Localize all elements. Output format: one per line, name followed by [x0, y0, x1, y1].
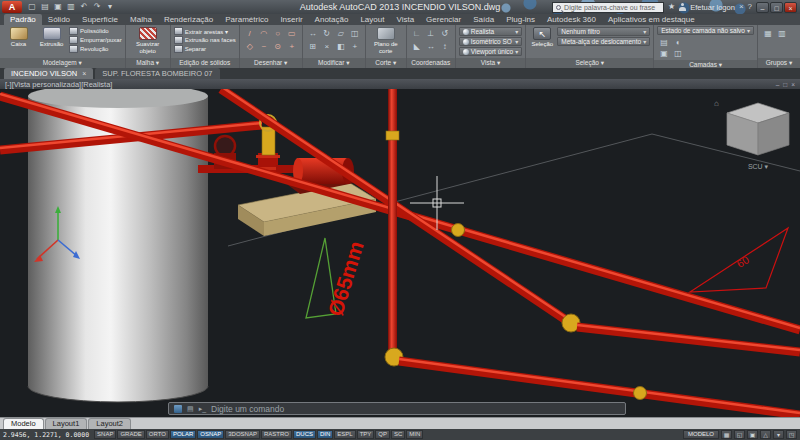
status-toggle[interactable]: ORTO [146, 430, 169, 439]
doc-tab-incendio-vilson[interactable]: INCENDIO VILSON × [4, 68, 93, 79]
polygon-icon[interactable]: ◇ [243, 40, 257, 53]
layer-freeze-icon[interactable]: ▣ [657, 48, 671, 59]
status-toggle[interactable]: DIN [317, 430, 333, 439]
status-toggle[interactable]: DUCS [293, 430, 316, 439]
move-icon[interactable]: ↔ [306, 27, 320, 40]
application-menu-button[interactable]: A [2, 1, 22, 13]
ribbon-tab[interactable]: Renderização [158, 14, 219, 25]
panel-label-modificar[interactable]: Modificar ▾ [303, 58, 365, 68]
minimize-drawing-icon[interactable]: – [776, 81, 780, 88]
visual-style-dropdown[interactable]: Realista ▾ [459, 27, 523, 36]
help-icon[interactable]: ? [748, 1, 752, 13]
clean-screen-icon[interactable]: ◳ [786, 430, 797, 439]
viewcube[interactable] [727, 103, 789, 155]
ribbon-tab[interactable]: Sólido [42, 14, 76, 25]
model-space-button[interactable]: MODELO [683, 430, 719, 439]
plot-icon[interactable]: ▥ [65, 1, 77, 13]
ribbon-tab[interactable]: Gerenciar [420, 14, 467, 25]
ribbon-tab[interactable]: Superfície [76, 14, 124, 25]
layout-tab[interactable]: Modelo [3, 418, 44, 429]
solid-edit-button[interactable]: Extrair arestas ▾ [174, 27, 236, 35]
ribbon-tab[interactable]: Vista [390, 14, 420, 25]
close-tab-icon[interactable]: × [82, 70, 86, 77]
mirror-icon[interactable]: ◫ [348, 27, 362, 40]
status-toggle[interactable]: ESPL [334, 430, 355, 439]
line-icon[interactable]: / [243, 27, 257, 40]
ribbon-tab[interactable]: Malha [124, 14, 158, 25]
ribbon-tab[interactable]: Autodesk 360 [541, 14, 602, 25]
section-plane-button[interactable]: Plano de corte [369, 26, 403, 55]
panel-label-corte[interactable]: Corte ▾ [366, 58, 406, 68]
status-toggle[interactable]: POLAR [170, 430, 196, 439]
command-line[interactable]: ▤ ▸_ Digite um comando [168, 402, 626, 415]
ungroup-icon[interactable]: ▥ [775, 27, 789, 40]
rectangle-icon[interactable]: ▭ [285, 27, 299, 40]
status-menu-icon[interactable]: ▾ [773, 430, 784, 439]
viewport-controls[interactable]: [-][Vista personalizada][Realista] [5, 80, 112, 89]
viewport-config-dropdown[interactable]: Viewport único ▾ [459, 47, 523, 56]
status-toggle[interactable]: MIN [406, 430, 423, 439]
rotate-icon[interactable]: ↻ [320, 27, 334, 40]
quick-view-layouts-icon[interactable]: ▦ [721, 430, 732, 439]
stretch-icon[interactable]: ▱ [334, 27, 348, 40]
qnew-icon[interactable]: ▢ [26, 1, 38, 13]
annotation-visibility-icon[interactable]: ▣ [747, 430, 758, 439]
erase-icon[interactable]: × [320, 40, 334, 53]
ribbon-tab[interactable]: Layout [354, 14, 390, 25]
status-toggle[interactable]: QP [375, 430, 390, 439]
ucs-z-axis-icon[interactable]: ⊥ [424, 27, 438, 40]
status-toggle[interactable]: 3DOSNAP [225, 430, 260, 439]
modeling-tool-button[interactable]: Empurrar/puxar [69, 36, 122, 44]
ribbon-tab[interactable]: Aplicativos em destaque [602, 14, 701, 25]
ribbon-tab[interactable]: Saída [467, 14, 500, 25]
save-icon[interactable]: ▣ [52, 1, 64, 13]
undo-icon[interactable]: ↶ [78, 1, 90, 13]
close-drawing-icon[interactable]: × [791, 81, 795, 88]
smooth-object-button[interactable]: Suavizar objeto [129, 26, 167, 55]
array-icon[interactable]: ⊞ [306, 40, 320, 53]
doc-tab-sup-floresta[interactable]: SUP. FLORESTA BOMBEIRO 07 [95, 68, 219, 79]
ucs-x-icon[interactable]: ↔ [424, 40, 438, 53]
panel-label-coordenadas[interactable]: Coordenadas [407, 58, 455, 68]
layer-properties-icon[interactable]: ▤ [657, 37, 671, 48]
ucs-world-icon[interactable]: ∟ [410, 27, 424, 40]
status-toggle[interactable]: SNAP [94, 430, 116, 439]
gizmo-dropdown[interactable]: Meta-alça de deslocamento ▾ [557, 37, 650, 46]
command-customize-icon[interactable] [174, 405, 182, 413]
solid-edit-button[interactable]: Separar [174, 45, 236, 53]
offset-icon[interactable]: + [348, 40, 362, 53]
modeling-tool-button[interactable]: Polissólido [69, 27, 122, 35]
viewcube-wcs-menu[interactable]: SCU ▾ [748, 163, 769, 170]
panel-label-camadas[interactable]: Camadas ▾ [654, 60, 757, 68]
ribbon-tab[interactable]: Plug-ins [500, 14, 541, 25]
minimize-button[interactable]: – [756, 2, 769, 13]
command-input[interactable]: Digite um comando [211, 404, 284, 414]
ucs-face-icon[interactable]: ◣ [410, 40, 424, 53]
annotation-scale-icon[interactable]: △ [760, 430, 771, 439]
box-button[interactable]: Caixa [3, 26, 34, 48]
spline-icon[interactable]: ~ [257, 40, 271, 53]
help-search-input[interactable]: Digite palavra-chave ou frase [552, 2, 664, 13]
status-toggle[interactable]: TPY [357, 430, 375, 439]
status-toggle[interactable]: SC [391, 430, 405, 439]
ribbon-tab[interactable]: Paramétrico [219, 14, 274, 25]
ucs-y-icon[interactable]: ↕ [438, 40, 452, 53]
point-icon[interactable]: + [285, 40, 299, 53]
circle-icon[interactable]: ○ [271, 27, 285, 40]
layer-state-dropdown[interactable]: Estado de camada não salvo ▾ [657, 26, 754, 35]
restore-drawing-icon[interactable]: □ [783, 81, 787, 88]
panel-label-selecao[interactable]: Seleção ▾ [526, 58, 653, 68]
open-icon[interactable]: ▤ [39, 1, 51, 13]
panel-label-modelagem[interactable]: Modelagem ▾ [0, 58, 125, 68]
ucs-rotate-icon[interactable]: ↺ [438, 27, 452, 40]
subobject-filter-dropdown[interactable]: Nenhum filtro ▾ [557, 27, 650, 36]
sign-in-button[interactable]: Efetuar logon [690, 3, 735, 12]
close-button[interactable]: × [784, 2, 797, 13]
panel-label-desenhar[interactable]: Desenhar ▾ [240, 58, 302, 68]
exchange-apps-icon[interactable]: × [739, 1, 744, 13]
redo-icon[interactable]: ↷ [91, 1, 103, 13]
panel-label-malha[interactable]: Malha ▾ [126, 58, 170, 68]
maximize-button[interactable]: □ [770, 2, 783, 13]
panel-label-vista[interactable]: Vista ▾ [456, 58, 526, 68]
extrude-button[interactable]: Extrusão [36, 26, 67, 48]
